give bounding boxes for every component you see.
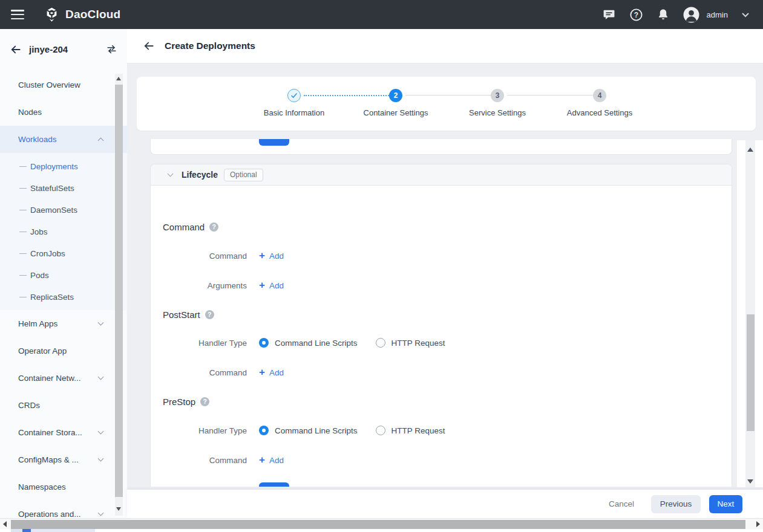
chevron-down-icon xyxy=(98,510,104,516)
help-icon[interactable]: ? xyxy=(200,397,209,406)
switch-cluster-icon[interactable] xyxy=(106,44,117,55)
sidebar-item-cluster-overview[interactable]: Cluster Overview xyxy=(0,71,127,99)
content-area: Basic Information 2 Container Settings 3… xyxy=(127,63,763,490)
add-arguments-button[interactable]: + Add xyxy=(259,281,284,290)
scroll-down-arrow[interactable] xyxy=(747,479,753,484)
scrollbar-thumb[interactable] xyxy=(11,520,745,529)
previous-button[interactable]: Previous xyxy=(651,495,701,513)
field-label: Command xyxy=(163,368,247,377)
scroll-down-arrow[interactable] xyxy=(116,507,121,511)
prestop-handler-type-row: Handler Type Command Line Scripts HTTP R… xyxy=(163,424,445,437)
sidebar-subitem-deployments[interactable]: — Deployments xyxy=(0,155,127,177)
page-bottom-fragment xyxy=(0,529,763,532)
page-bottom-fragment xyxy=(11,529,22,532)
scroll-up-arrow[interactable] xyxy=(116,77,121,80)
scrollbar-thumb[interactable] xyxy=(747,314,755,431)
workloads-submenu: — Deployments — StatefulSets — DaemonSet… xyxy=(0,153,127,310)
step-service-settings[interactable]: 3 Service Settings xyxy=(446,89,549,117)
sidebar-item-container-network[interactable]: Container Netw... xyxy=(0,365,127,392)
sidebar-item-container-storage[interactable]: Container Stora... xyxy=(0,419,127,446)
ok-button[interactable]: OK xyxy=(259,482,289,487)
help-icon[interactable]: ? xyxy=(205,310,214,319)
page-bottom-fragment xyxy=(31,529,95,532)
topbar: DaoCloud ? xyxy=(0,0,763,29)
add-poststart-command-button[interactable]: + Add xyxy=(259,368,284,377)
dash-icon: — xyxy=(19,271,30,279)
chevron-down-icon xyxy=(98,456,104,462)
page-bottom-fragment xyxy=(22,529,31,532)
add-command-button[interactable]: + Add xyxy=(259,251,284,261)
chevron-down-icon xyxy=(98,374,104,380)
cancel-button[interactable]: Cancel xyxy=(609,499,634,508)
message-icon[interactable] xyxy=(603,8,616,21)
dash-icon: — xyxy=(19,162,30,170)
poststart-command-row: Command + Add xyxy=(163,366,284,379)
step-container-settings[interactable]: 2 Container Settings xyxy=(344,89,447,117)
step-basic-information[interactable]: Basic Information xyxy=(243,89,345,117)
sidebar-subitem-statefulsets[interactable]: — StatefulSets xyxy=(0,177,127,199)
brand: DaoCloud xyxy=(44,7,120,23)
poststart-handler-type-row: Handler Type Command Line Scripts HTTP R… xyxy=(163,336,445,349)
sidebar-subitem-replicasets[interactable]: — ReplicaSets xyxy=(0,286,127,308)
cluster-back-icon[interactable] xyxy=(10,44,22,56)
command-group-title: Command ? xyxy=(163,220,218,233)
prestop-command-row: Command + Add xyxy=(163,453,284,467)
content-vertical-scrollbar xyxy=(745,140,755,487)
poststart-group-title: PostStart ? xyxy=(163,308,214,321)
field-label: Handler Type xyxy=(163,339,247,348)
wizard-stepper: Basic Information 2 Container Settings 3… xyxy=(137,77,756,131)
radio-http-request[interactable] xyxy=(376,426,385,435)
lifecycle-section-card: Lifecycle Optional Command ? Command + A xyxy=(150,164,732,487)
sidebar-item-crds[interactable]: CRDs xyxy=(0,392,127,419)
user-avatar[interactable] xyxy=(683,7,699,23)
sidebar-subitem-jobs[interactable]: — Jobs xyxy=(0,221,127,242)
dash-icon: — xyxy=(19,184,30,192)
dash-icon: — xyxy=(19,293,30,301)
step-advanced-settings[interactable]: 4 Advanced Settings xyxy=(548,89,651,117)
main-area: Create Deployments Basic Information 2 C… xyxy=(127,29,763,532)
daocloud-logo-icon xyxy=(44,7,60,23)
scroll-up-arrow[interactable] xyxy=(747,148,753,152)
collapse-chevron-down-icon[interactable] xyxy=(168,170,174,177)
dash-icon: — xyxy=(19,206,30,214)
page-header: Create Deployments xyxy=(127,29,763,63)
user-menu-chevron-down-icon[interactable] xyxy=(741,12,750,18)
dash-icon: — xyxy=(19,227,30,236)
command-row: Command + Add xyxy=(163,249,284,262)
notifications-bell-icon[interactable] xyxy=(657,8,670,21)
sidebar-item-workloads[interactable]: Workloads xyxy=(0,126,127,153)
lifecycle-section-header[interactable]: Lifecycle Optional xyxy=(151,164,732,186)
sidebar-subitem-daemonsets[interactable]: — DaemonSets xyxy=(0,199,127,221)
page-title: Create Deployments xyxy=(165,41,255,51)
horizontal-scrollbar xyxy=(0,518,763,529)
sidebar-subitem-cronjobs[interactable]: — CronJobs xyxy=(0,242,127,264)
wizard-footer: Cancel Previous Next xyxy=(127,490,763,518)
sidebar-item-nodes[interactable]: Nodes xyxy=(0,99,127,126)
sidebar: jinye-204 Cluster Overview Nodes Workloa… xyxy=(0,29,127,532)
help-icon[interactable]: ? xyxy=(629,8,643,22)
radio-command-line-scripts[interactable] xyxy=(259,338,269,348)
sidebar-subitem-pods[interactable]: — Pods xyxy=(0,264,127,286)
optional-badge: Optional xyxy=(224,169,263,181)
prestop-group-title: PreStop ? xyxy=(163,395,209,408)
hamburger-menu-icon[interactable] xyxy=(11,10,24,19)
next-button[interactable]: Next xyxy=(709,495,742,513)
page-back-icon[interactable] xyxy=(143,40,155,52)
field-label: Command xyxy=(163,251,247,261)
add-prestop-command-button[interactable]: + Add xyxy=(259,455,284,465)
help-icon[interactable]: ? xyxy=(209,222,218,232)
previous-section-card-clipped xyxy=(150,139,732,155)
sidebar-item-namespaces[interactable]: Namespaces xyxy=(0,473,127,501)
radio-http-request[interactable] xyxy=(376,338,385,348)
brand-name: DaoCloud xyxy=(65,8,120,21)
sidebar-item-operator-app[interactable]: Operator App xyxy=(0,337,127,365)
radio-command-line-scripts[interactable] xyxy=(259,426,269,435)
username-label: admin xyxy=(707,10,728,19)
scroll-left-arrow[interactable] xyxy=(3,521,7,527)
step-check-icon xyxy=(287,89,301,102)
sidebar-item-configmaps[interactable]: ConfigMaps & ... xyxy=(0,446,127,473)
scroll-right-arrow[interactable] xyxy=(756,521,760,527)
scrollbar-thumb[interactable] xyxy=(115,85,123,497)
sidebar-item-helm-apps[interactable]: Helm Apps xyxy=(0,310,127,337)
clipped-ok-button[interactable] xyxy=(259,139,289,146)
